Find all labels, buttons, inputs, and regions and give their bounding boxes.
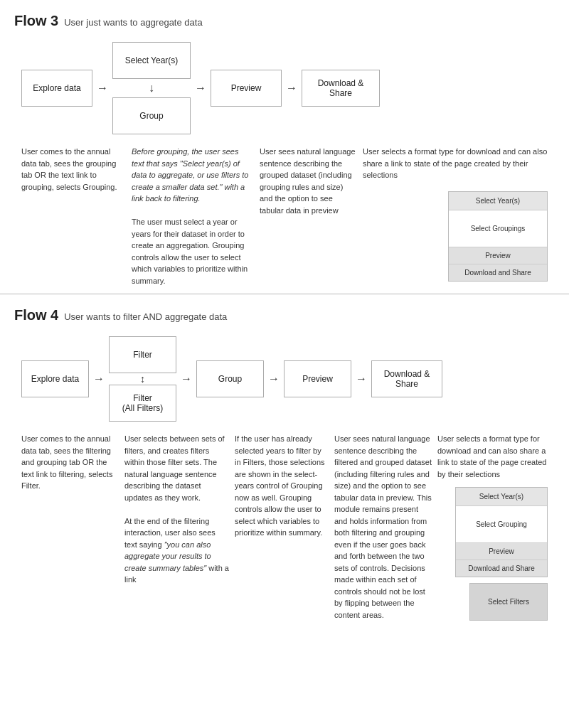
flow3-section: Flow 3 User just wants to aggregate data… [0,0,569,294]
flow3-mockup-row3: Preview [449,247,547,264]
flow3-number: Flow 3 [14,13,58,29]
flow4-step-filter-top: Filter [109,336,176,373]
flow3-arrow-1: → [97,82,108,95]
flow4-arrow-1: → [93,373,105,385]
flow3-title: User just wants to aggregate data [64,17,202,28]
flow4-mockup-row3: Preview [456,543,547,560]
flow4-arrow-4: → [356,373,367,385]
flow4-step-download: Download & Share [371,360,442,397]
flow3-step-group: Group [112,97,191,134]
flow4-col3: If the user has already selected years t… [235,433,334,539]
flow3-step-download: Download & Share [302,70,380,107]
flow3-col2-italic: Before grouping, the user sees text that… [132,147,249,203]
flow4-step-filter-branch: Filter(All Filters) [109,385,176,422]
flow4-step-explore: Explore data [21,360,89,397]
flow4-col4: User sees natural language sentence desc… [334,433,437,621]
flow3-col3: User sees natural language sentence desc… [260,146,363,216]
flow3-arrow-3: → [286,82,297,95]
flow4-col1: User comes to the annual data tab, sees … [21,433,124,492]
flow3-arrow-2: → [195,82,206,95]
flow3-mockup: Select Year(s) Select Groupings Preview … [448,191,548,282]
flow4-col5: User selects a format type for download … [437,433,555,621]
flow3-arrow-down: ↓ [149,82,154,95]
flow4-header: Flow 4 User wants to filter AND aggregat… [14,307,555,323]
flow3-mockup-row4: Download and Share [449,264,547,281]
flow3-step-preview: Preview [211,70,282,107]
flow4-mockup: Select Year(s) Select Grouping Preview D… [455,487,548,577]
flow3-header: Flow 3 User just wants to aggregate data [14,13,555,29]
flow4-arrow-2: → [181,373,192,385]
flow3-step-selectyear: Select Year(s) [112,42,191,79]
flow4-arrow-3: → [268,373,280,385]
flow4-mockup-extra: Select Filters [469,583,548,621]
flow4-title: User wants to filter AND aggregate data [64,311,227,322]
flow4-double-arrow: ↕ [140,373,145,385]
flow4-mockup-row4: Download and Share [456,560,547,577]
flow4-mockup-row2: Select Grouping [456,506,547,543]
flow4-number: Flow 4 [14,307,58,323]
flow4-section: Flow 4 User wants to filter AND aggregat… [0,294,569,628]
flow3-mockup-row2: Select Groupings [449,210,547,247]
flow3-col2: Before grouping, the user sees text that… [132,146,260,287]
flow3-col4: User selects a format type for download … [363,146,555,282]
flow3-col1: User comes to the annual data tab, sees … [21,146,132,193]
flow4-col2: User selects between sets of filters, an… [124,433,235,586]
flow4-step-group: Group [196,360,264,397]
flow4-step-preview: Preview [284,360,351,397]
flow3-step-explore: Explore data [21,70,92,107]
flow3-mockup-row1: Select Year(s) [449,192,547,210]
flow4-mockup-row1: Select Year(s) [456,488,547,506]
